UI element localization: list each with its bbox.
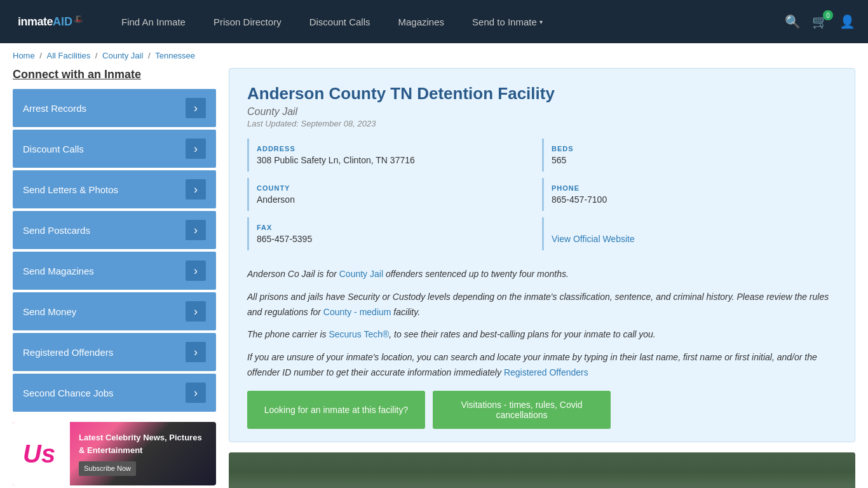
phone-value: 865-457-7100 (552, 194, 829, 205)
visitation-button[interactable]: Visitations - times, rules, Covid cancel… (433, 391, 611, 429)
arrow-icon: › (186, 98, 206, 118)
action-buttons: Looking for an inmate at this facility? … (247, 391, 837, 429)
website-block: View Official Website (542, 217, 837, 250)
facility-card: Anderson County TN Detention Facility Co… (229, 68, 855, 442)
sidebar-item-registered-offenders[interactable]: Registered Offenders › (13, 333, 216, 371)
facility-details: ADDRESS 308 Public Safety Ln, Clinton, T… (247, 139, 837, 257)
desc-paragraph-3: The phone carrier is Securus Tech®, to s… (247, 327, 837, 342)
sidebar-item-arrest-records[interactable]: Arrest Records › (13, 89, 216, 127)
securus-link[interactable]: Securus Tech® (329, 329, 389, 339)
arrow-icon: › (186, 301, 206, 322)
ad-subscribe-button[interactable]: Subscribe Now (79, 461, 136, 476)
facility-name: Anderson County TN Detention Facility (247, 84, 837, 104)
beds-block: BEDS 565 (542, 139, 837, 172)
address-block: ADDRESS 308 Public Safety Ln, Clinton, T… (247, 139, 542, 172)
facility-image (229, 452, 855, 488)
arrow-icon: › (186, 261, 206, 281)
nav-links: Find An Inmate Prison Directory Discount… (107, 0, 785, 43)
phone-label: PHONE (552, 184, 829, 192)
search-icon[interactable]: 🔍 (785, 14, 801, 29)
breadcrumb: Home / All Facilities / County Jail / Te… (0, 43, 868, 68)
arrow-icon: › (186, 220, 206, 240)
county-jail-link-1[interactable]: County Jail (339, 269, 383, 279)
nav-prison-directory[interactable]: Prison Directory (200, 0, 295, 43)
cart-badge: 0 (823, 10, 833, 20)
main-container: Connect with an Inmate Arrest Records › … (0, 68, 868, 488)
beds-value: 565 (552, 155, 829, 165)
county-block: COUNTY Anderson (247, 178, 542, 211)
arrow-icon: › (186, 342, 206, 362)
logo-icon: 🎩 (74, 15, 83, 24)
facility-image-inner (229, 452, 855, 488)
breadcrumb-tennessee[interactable]: Tennessee (155, 51, 195, 60)
ad-logo: Us (13, 422, 70, 485)
address-value: 308 Public Safety Ln, Clinton, TN 37716 (257, 155, 534, 165)
arrow-icon: › (186, 179, 206, 200)
content-area: Anderson County TN Detention Facility Co… (229, 68, 855, 488)
arrow-icon: › (186, 383, 206, 403)
phone-block: PHONE 865-457-7100 (542, 178, 837, 211)
breadcrumb-county-jail[interactable]: County Jail (102, 51, 143, 60)
sidebar-title: Connect with an Inmate (13, 68, 216, 81)
logo-text: inmate (18, 15, 53, 29)
sidebar: Connect with an Inmate Arrest Records › … (13, 68, 216, 488)
desc-paragraph-1: Anderson Co Jail is for County Jail offe… (247, 267, 837, 282)
find-inmate-button[interactable]: Looking for an inmate at this facility? (247, 391, 425, 429)
breadcrumb-home[interactable]: Home (13, 51, 35, 60)
nav-magazines[interactable]: Magazines (384, 0, 459, 43)
registered-offenders-link[interactable]: Registered Offenders (504, 367, 588, 377)
county-value: Anderson (257, 194, 534, 205)
breadcrumb-all-facilities[interactable]: All Facilities (47, 51, 91, 60)
nav-find-inmate[interactable]: Find An Inmate (107, 0, 200, 43)
desc-paragraph-2: All prisons and jails have Security or C… (247, 290, 837, 320)
nav-send-to-inmate[interactable]: Send to Inmate ▾ (458, 0, 557, 43)
sidebar-item-send-postcards[interactable]: Send Postcards › (13, 211, 216, 249)
facility-type: County Jail (247, 106, 837, 118)
arrow-icon: › (186, 139, 206, 159)
logo-suffix: AID (53, 15, 72, 29)
sidebar-item-discount-calls[interactable]: Discount Calls › (13, 130, 216, 168)
user-icon[interactable]: 👤 (839, 14, 855, 29)
county-label: COUNTY (257, 184, 534, 192)
sidebar-item-send-money[interactable]: Send Money › (13, 292, 216, 330)
fax-label: FAX (257, 224, 534, 231)
navbar-icons: 🔍 🛒 0 👤 (785, 14, 855, 29)
nav-discount-calls[interactable]: Discount Calls (295, 0, 384, 43)
cart-icon[interactable]: 🛒 0 (812, 14, 828, 29)
county-medium-link[interactable]: County - medium (323, 307, 391, 317)
sidebar-item-send-letters[interactable]: Send Letters & Photos › (13, 170, 216, 208)
website-link[interactable]: View Official Website (552, 234, 635, 244)
fax-value: 865-457-5395 (257, 234, 534, 244)
address-label: ADDRESS (257, 145, 534, 152)
sidebar-item-send-magazines[interactable]: Send Magazines › (13, 252, 216, 290)
fax-block: FAX 865-457-5395 (247, 217, 542, 250)
logo[interactable]: inmateAID🎩 (13, 12, 88, 31)
facility-updated: Last Updated: September 08, 2023 (247, 119, 837, 128)
facility-description: Anderson Co Jail is for County Jail offe… (247, 267, 837, 381)
beds-label: BEDS (552, 145, 829, 152)
navbar: inmateAID🎩 Find An Inmate Prison Directo… (0, 0, 868, 43)
desc-paragraph-4: If you are unsure of your inmate's locat… (247, 350, 837, 381)
sidebar-item-second-chance-jobs[interactable]: Second Chance Jobs › (13, 374, 216, 412)
ad-text: Latest Celebrity News, Pictures & Entert… (70, 425, 216, 482)
ad-banner[interactable]: Us Latest Celebrity News, Pictures & Ent… (13, 422, 216, 485)
